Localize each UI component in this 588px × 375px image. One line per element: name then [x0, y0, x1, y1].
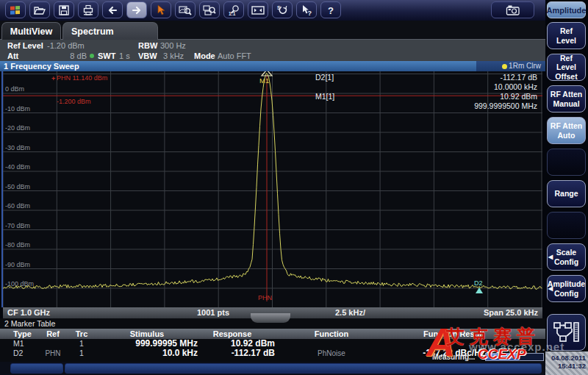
vbw-value[interactable]: 3 kHz	[163, 51, 184, 60]
y-axis-label: -10 dBm	[5, 105, 30, 113]
trace-indicator-label: 1Rm Clrw	[509, 62, 541, 70]
mode-value[interactable]: Auto FFT	[218, 51, 251, 60]
sweep-points[interactable]: 1001 pts	[197, 307, 229, 318]
help-pointer-button[interactable]: ?	[296, 1, 317, 18]
y-axis-label: -100 dBm	[5, 280, 34, 288]
softkey-label: Ref Level	[550, 26, 583, 45]
phn-marker-symbol: +	[51, 75, 55, 82]
att-value[interactable]: 8 dB	[62, 51, 87, 60]
softkey-empty-6[interactable]	[547, 212, 586, 239]
column-header-ref: Ref	[39, 329, 67, 339]
softkey-label: RF Atten Auto	[550, 121, 583, 140]
undo-button[interactable]	[102, 1, 123, 18]
open-file-button[interactable]	[29, 1, 50, 18]
y-axis-label: -50 dBm	[5, 183, 30, 190]
block-diagram-overview-button[interactable]	[547, 314, 586, 351]
tab-spectrum-label: Spectrum	[71, 26, 114, 37]
span-value[interactable]: Span 25.0 kHz	[484, 307, 538, 318]
phn-marker-label: PHN 11.140 dBm	[57, 74, 107, 82]
marker-table-header: TypeRefTrcStimulusResponseFunctionFuncti…	[0, 329, 545, 339]
softkey-ref-level[interactable]: Ref Level	[547, 22, 586, 49]
y-axis-label: -60 dBm	[5, 202, 30, 210]
time-value: 15:41:32	[545, 362, 586, 370]
marker-table-cell: PhNoise	[291, 349, 372, 358]
zoom-multi-button[interactable]	[199, 1, 220, 18]
d2-marker-label: D2	[474, 279, 483, 287]
analyzer-screen: 1:1S?? MultiView Spectrum Ref Level -1.2…	[0, 0, 588, 375]
swt-label: SWT	[98, 51, 115, 60]
y-axis-label: -90 dBm	[5, 261, 30, 268]
spectrum-plot[interactable]: + PHN 11.140 dBm -1.200 dBm PHN M1 D2 D2…	[3, 71, 542, 307]
windows-logo-button[interactable]	[5, 1, 26, 18]
measuring-status: Measuring...	[432, 353, 475, 361]
zoom-graph-button[interactable]	[175, 1, 196, 18]
marker-table-cell: PHN	[39, 349, 67, 358]
mode-label: Mode	[194, 51, 215, 60]
softkey-label: Ref Level Offset	[550, 54, 583, 82]
help-button[interactable]: ?	[320, 1, 341, 18]
svg-text:1:1: 1:1	[229, 11, 236, 16]
print-button[interactable]	[78, 1, 98, 18]
settings-bar: Ref Level -1.20 dBm RBW 300 Hz Att 8 dB …	[0, 40, 545, 61]
marker-table-cell: D2	[6, 349, 39, 358]
rbw-label: RBW	[138, 41, 157, 50]
column-header-response: Response	[190, 329, 275, 339]
swt-value[interactable]: 1 s	[119, 51, 130, 60]
att-label: Att	[7, 51, 18, 60]
readout-m1-freq: 999.9999500 MHz	[474, 101, 537, 110]
softkey-menu-header[interactable]: Amplitude	[547, 1, 586, 18]
softkey-sidebar: Amplitude 04.08.2011 15:41:32 Ref LevelR…	[545, 0, 588, 375]
softkey-amplitude-config[interactable]: ◀Amplitude Config	[547, 275, 586, 302]
datetime-display: 04.08.2011 15:41:32	[545, 351, 588, 375]
readout-d2-value: -112.17 dB	[500, 73, 537, 82]
ref-level-label: Ref Level	[7, 41, 43, 50]
status-segment-left	[10, 363, 63, 374]
redo-button[interactable]	[126, 1, 147, 18]
ref-line-label: -1.200 dBm	[57, 98, 91, 105]
column-header-stimulus: Stimulus	[96, 329, 198, 339]
y-axis-label: 0 dBm	[5, 85, 24, 93]
rbw-value[interactable]: 300 Hz	[160, 41, 186, 50]
softkey-rf-atten-auto[interactable]: RF Atten Auto	[547, 117, 586, 144]
screenshot-camera-button[interactable]	[491, 1, 534, 18]
bottom-status-strip	[0, 362, 545, 375]
softkey-range[interactable]: Range	[547, 180, 586, 207]
softkey-ref-level-offset[interactable]: Ref Level Offset	[547, 54, 586, 81]
result-window-title: 1 Frequency Sweep	[4, 61, 79, 71]
status-segment-main	[65, 363, 542, 374]
scale-per-division[interactable]: 2.5 kHz/	[335, 307, 365, 318]
continuous-sweep-button[interactable]: S	[272, 1, 293, 18]
y-axis-label: -30 dBm	[5, 144, 30, 151]
date-value: 04.08.2011	[545, 354, 586, 362]
select-pointer-button[interactable]	[151, 1, 171, 18]
column-header-trc: Trc	[67, 329, 96, 339]
softkey-scale-config[interactable]: ◀Scale Config	[547, 243, 586, 271]
column-header-type: Type	[6, 329, 39, 339]
ref-level-value[interactable]: -1.20 dBm	[47, 41, 85, 50]
trace-indicator[interactable]: 1Rm Clrw	[476, 61, 545, 71]
save-button[interactable]	[54, 1, 74, 18]
zoom-one-to-one-button[interactable]: 1:1	[223, 1, 244, 18]
softkey-label: Scale Config	[550, 248, 583, 266]
softkey-empty-4[interactable]	[547, 149, 586, 176]
center-frequency[interactable]: CF 1.0 GHz	[7, 307, 50, 318]
readout-m1-value: 10.92 dBm	[500, 92, 537, 101]
display-fit-button[interactable]	[248, 1, 268, 18]
tab-multiview[interactable]: MultiView	[1, 22, 61, 40]
y-axis-label: -80 dBm	[5, 241, 30, 249]
measuring-progress-bar	[485, 353, 544, 361]
submenu-arrow-icon: ◀	[548, 285, 553, 293]
readout-d2-freq: 10.0000 kHz	[494, 82, 537, 91]
vbw-label: VBW	[138, 51, 157, 60]
tab-spectrum[interactable]: Spectrum	[62, 22, 158, 40]
marker-table-cell: 10.0 kHz	[96, 349, 198, 358]
progress-fill	[486, 354, 519, 360]
softkey-label: Range	[554, 189, 578, 199]
window-splitter-handle[interactable]	[251, 313, 290, 323]
softkey-rf-atten-manual[interactable]: RF Atten Manual	[547, 85, 586, 113]
marker-table-cell: M1	[6, 339, 39, 349]
softkey-label: Amplitude Config	[548, 279, 585, 298]
marker-table-cell: 1	[67, 339, 96, 349]
marker-table-cell: -112.17 dB	[190, 349, 275, 358]
toolbar: 1:1S??	[0, 0, 545, 21]
